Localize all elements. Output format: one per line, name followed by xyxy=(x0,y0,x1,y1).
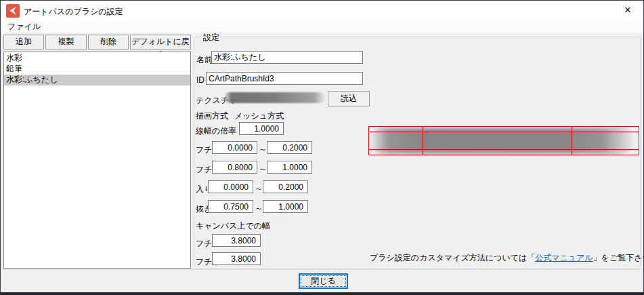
exit-from-input[interactable] xyxy=(208,200,253,213)
preview-outer-rect xyxy=(368,126,639,155)
window-close-icon[interactable]: × xyxy=(612,1,643,21)
close-dialog-button[interactable]: 閉じる xyxy=(299,273,348,289)
canvas-edge-bottom-input[interactable] xyxy=(212,252,261,265)
delete-button[interactable]: 削除 xyxy=(88,35,129,50)
settings-group-title: 設定 xyxy=(201,32,221,43)
name-input[interactable] xyxy=(211,51,363,64)
add-button[interactable]: 追加 xyxy=(3,35,44,50)
edge-top-tilde: ～ xyxy=(259,144,267,155)
entry-tilde: ～ xyxy=(255,183,263,195)
app-icon xyxy=(6,4,20,18)
list-item-suisai-fuchitashi[interactable]: 水彩:ふちたし xyxy=(4,75,190,85)
draw-method-value: メッシュ方式 xyxy=(234,111,284,122)
preview-edge-bottom-line xyxy=(368,149,639,150)
reset-default-button[interactable]: デフォルトに戻す xyxy=(130,35,191,50)
line-width-ratio-input[interactable] xyxy=(239,122,284,135)
menu-file[interactable]: ファイル xyxy=(5,22,43,33)
edge-top-to-input[interactable] xyxy=(267,141,312,154)
edge-bottom-tilde: ～ xyxy=(259,163,267,175)
texture-preview xyxy=(224,92,326,103)
id-input[interactable] xyxy=(206,72,363,85)
preview-edge-top-line xyxy=(368,132,639,132)
preview-entry-line xyxy=(423,126,423,155)
manual-note: ブラシ設定のカスタマイズ方法については「公式マニュアル」をご覧下さい xyxy=(370,252,637,264)
official-manual-link[interactable]: 公式マニュアル xyxy=(535,253,593,262)
exit-to-input[interactable] xyxy=(263,200,308,213)
entry-to-input[interactable] xyxy=(263,180,308,193)
list-item-suisai[interactable]: 水彩 xyxy=(4,53,190,64)
edge-bottom-to-input[interactable] xyxy=(267,161,312,174)
entry-from-input[interactable] xyxy=(208,180,253,193)
manual-note-prefix: ブラシ設定のカスタマイズ方法については「 xyxy=(370,253,535,262)
menu-bar: ファイル xyxy=(1,21,643,33)
title-bar: アートパスのブラシの設定 × xyxy=(1,1,643,21)
texture-load-button[interactable]: 読込 xyxy=(328,91,370,106)
line-width-ratio-label: 線幅の倍率 xyxy=(196,125,236,137)
edge-top-from-input[interactable] xyxy=(212,141,257,154)
preview-exit-line xyxy=(572,126,572,155)
app-logo-glyph xyxy=(8,6,18,16)
exit-tilde: ～ xyxy=(255,203,263,214)
name-label: 名前 xyxy=(196,54,213,66)
duplicate-button[interactable]: 複製 xyxy=(45,35,87,50)
canvas-width-label: キャンバス上での幅 xyxy=(196,220,270,232)
draw-method-label: 描画方式 xyxy=(196,111,228,122)
brush-list: 水彩 鉛筆 水彩:ふちたし xyxy=(3,52,191,269)
canvas-edge-top-input[interactable] xyxy=(212,234,261,247)
brush-settings-dialog: アートパスのブラシの設定 × ファイル 追加 複製 削除 デフォルトに戻す 水彩… xyxy=(0,0,644,295)
window-title: アートパスのブラシの設定 xyxy=(24,6,123,18)
list-item-enpitsu[interactable]: 鉛筆 xyxy=(4,64,190,75)
id-label: ID xyxy=(196,75,205,85)
edge-bottom-from-input[interactable] xyxy=(212,161,257,174)
manual-note-suffix: 」をご覧下さい xyxy=(593,253,644,262)
